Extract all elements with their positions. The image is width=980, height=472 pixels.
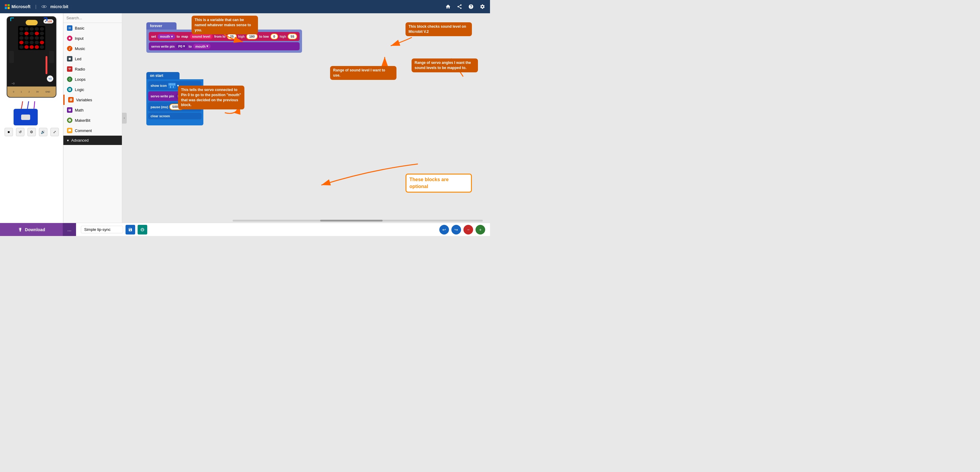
logic-label: Logic [75,87,84,92]
neg-indicator: ~0 [11,82,14,85]
pin-3v: 3V [36,91,39,93]
microbit-label: micro:bit [50,4,68,9]
sound-level-pill: sound level [190,34,213,39]
toolbox-item-variables[interactable]: Variables [64,95,122,105]
workspace[interactable]: forever set mouth ▾ to map sound level f… [122,13,490,223]
github-button[interactable] [138,225,147,234]
collapse-toolbox-button[interactable]: ‹ [122,113,127,124]
redo-icon: ↪ [454,227,458,232]
toolbox-item-logic[interactable]: Logic [64,84,122,95]
toolbox-item-comment[interactable]: Comment [64,125,122,136]
sound-check-annotation: This block checks sound level on Microbi… [406,22,472,36]
fullscreen-button[interactable]: ⤢ [50,128,59,136]
undo-icon: ↩ [442,227,446,232]
settings-icon[interactable] [480,4,485,10]
microbit-pins: 0 1 2 3V GND [7,87,56,97]
toolbox-item-input[interactable]: Input [64,33,122,43]
restart-button[interactable]: ↺ [16,128,24,136]
download-button[interactable]: Download [0,223,63,236]
toolbox-item-advanced[interactable]: ▾ Advanced [64,136,122,145]
mouth2-label: mouth [196,44,206,48]
servo-write-label: servo write pin [151,44,175,48]
from-low-label: from lo [214,35,225,38]
badge-value: 128 [48,20,52,23]
pause-label: pause (ms) [151,105,168,109]
math-icon [67,107,72,113]
high-55-pill[interactable]: 55 [288,33,297,40]
toolbox-item-led[interactable]: Led [64,54,122,64]
comment-label: Comment [75,128,92,133]
radio-icon [67,66,72,72]
zoom-out-button[interactable]: − [463,225,473,234]
share-icon[interactable] [457,4,462,10]
map-label: map [181,35,188,38]
variable-annotation: This is a variable that can be named wha… [192,16,258,34]
clear-screen-label: clear screen [151,114,170,118]
toolbox-item-basic[interactable]: Basic [64,23,122,33]
sim-controls[interactable]: ■ ↺ ⚙ 🔊 ⤢ [5,128,59,136]
toolbox-items: Basic Input Music Led [64,23,122,223]
home-icon[interactable] [445,4,451,10]
mouth-dropdown-icon: ▾ [171,35,173,39]
comment-icon [67,128,72,133]
microsoft-label: Microsoft [11,4,30,9]
ms-grid-icon [5,4,10,9]
onstart-header: on start [146,72,180,79]
redo-button[interactable]: ↪ [451,225,461,234]
right-button[interactable] [49,51,54,63]
pin-2: 2 [29,91,30,93]
icon-grid [168,82,176,89]
undo-button[interactable]: ↩ [439,225,449,234]
variables-label: Variables [76,98,92,102]
zoom-in-button[interactable]: + [476,225,485,234]
block-footer [148,121,202,124]
toolbox-item-music[interactable]: Music [64,43,122,54]
toolbox-item-math[interactable]: Math [64,105,122,115]
pin-0: 0 [13,91,14,93]
high-label-2: high [280,35,286,38]
p0-label: P0 [178,44,182,48]
scroll-thumb[interactable] [320,220,383,222]
more-label: ... [67,227,71,232]
microbit-screen [18,26,45,50]
advanced-label: Advanced [71,138,89,143]
more-button[interactable]: ... [63,223,76,236]
show-icon-label: show icon [151,84,167,87]
p0-pill[interactable]: P0 ▾ [176,44,188,49]
servo-component [21,114,30,120]
settings2-button[interactable]: ⚙ [27,128,36,136]
github-icon [140,228,145,232]
left-button[interactable] [9,51,14,63]
project-name-input[interactable] [81,226,123,233]
optional-text: These blocks are optional [409,177,449,188]
music-label: Music [75,46,85,51]
microbit-logo [25,20,38,25]
project-name-area [76,225,439,234]
val-0: 0 [274,35,275,38]
mouth2-dropdown: ▾ [206,44,208,48]
bottom-right-buttons: ↩ ↪ − + [439,225,490,234]
pin-1: 1 [21,91,22,93]
to2-label: to [189,44,192,48]
val-180: 180 [249,35,255,38]
horizontal-scrollbar[interactable] [232,220,483,222]
bottom-left: Download ... [0,223,76,236]
search-input[interactable] [66,16,117,20]
mouth2-pill[interactable]: mouth ▾ [193,44,211,49]
variables-icon [68,97,74,103]
help-icon[interactable] [468,4,474,10]
save-project-button[interactable] [126,225,135,234]
toolbox-item-makerbit[interactable]: MakerBit [64,115,122,125]
loops-icon [67,76,72,82]
val-55: 55 [291,35,294,38]
simulator-panel: ♥ 128 V2 ~0 [0,13,64,223]
toolbox-item-loops[interactable]: Loops [64,74,122,84]
makerbit-icon [67,117,72,123]
sound-button[interactable]: 🔊 [39,128,48,136]
mouth-pill[interactable]: mouth ▾ [158,34,175,39]
basic-label: Basic [75,26,84,30]
low-0-pill[interactable]: 0 [270,33,278,40]
stop-button[interactable]: ■ [5,128,13,136]
blue-device-box [14,109,38,125]
toolbox-item-radio[interactable]: Radio [64,64,122,74]
